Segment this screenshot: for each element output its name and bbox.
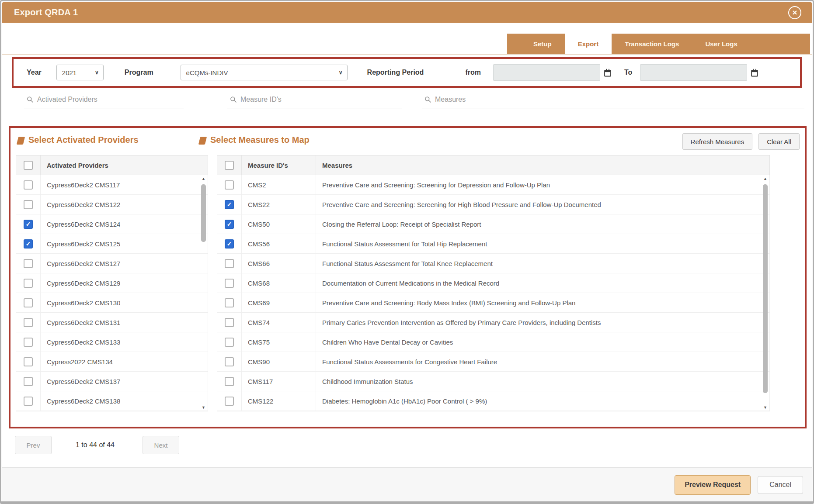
- measure-ids-search-input[interactable]: [240, 96, 400, 104]
- provider-name: Cypress6Deck2 CMS117: [41, 181, 120, 189]
- measure-row[interactable]: CMS74 Primary Caries Prevention Interven…: [217, 313, 769, 332]
- search-row: [24, 92, 804, 108]
- row-checkbox[interactable]: [24, 397, 33, 406]
- row-checkbox[interactable]: [24, 318, 33, 327]
- measure-row[interactable]: CMS69 Preventive Care and Screening: Bod…: [217, 293, 769, 313]
- row-checkbox[interactable]: [24, 180, 33, 190]
- provider-row[interactable]: Cypress6Deck2 CMS137: [16, 372, 208, 391]
- row-checkbox[interactable]: [225, 338, 234, 347]
- row-checkbox[interactable]: [24, 200, 33, 209]
- preview-request-button[interactable]: Preview Request: [675, 475, 751, 495]
- year-select[interactable]: 2021 ∨: [56, 65, 104, 80]
- tab-setup[interactable]: Setup: [520, 34, 565, 54]
- tab-transaction-logs[interactable]: Transaction Logs: [612, 34, 692, 54]
- provider-row[interactable]: Cypress6Deck2 CMS117: [16, 175, 208, 195]
- measure-row[interactable]: CMS117 Childhood Immunization Status: [217, 372, 769, 391]
- measure-row[interactable]: ✓ CMS56 Functional Status Assessment for…: [217, 234, 769, 254]
- tab-user-logs[interactable]: User Logs: [692, 34, 750, 54]
- measure-row[interactable]: ✓ CMS50 Closing the Referral Loop: Recei…: [217, 214, 769, 234]
- row-checkbox[interactable]: [225, 180, 234, 190]
- provider-row[interactable]: ✓ Cypress6Deck2 CMS124: [16, 214, 208, 234]
- measure-row[interactable]: CMS66 Functional Status Assessment for T…: [217, 254, 769, 273]
- measure-row[interactable]: CMS75 Children Who Have Dental Decay or …: [217, 332, 769, 352]
- row-checkbox[interactable]: [225, 279, 234, 288]
- provider-name: Cypress6Deck2 CMS127: [41, 260, 120, 267]
- calendar-icon[interactable]: [603, 68, 612, 77]
- reporting-period-label: Reporting Period: [367, 69, 424, 76]
- provider-name: Cypress6Deck2 CMS122: [41, 201, 120, 208]
- provider-row[interactable]: ✓ Cypress6Deck2 CMS125: [16, 234, 208, 254]
- providers-search-input[interactable]: [37, 96, 182, 104]
- cancel-button[interactable]: Cancel: [758, 476, 803, 494]
- measures-table-body: CMS2 Preventive Care and Screening: Scre…: [217, 175, 770, 411]
- row-checkbox[interactable]: [225, 318, 234, 327]
- row-checkbox[interactable]: [24, 279, 33, 288]
- row-checkbox[interactable]: [24, 377, 33, 386]
- provider-row[interactable]: Cypress6Deck2 CMS129: [16, 273, 208, 293]
- provider-row[interactable]: Cypress6Deck2 CMS127: [16, 254, 208, 273]
- close-icon[interactable]: ×: [788, 6, 801, 19]
- provider-row[interactable]: Cypress6Deck2 CMS133: [16, 332, 208, 352]
- row-checkbox[interactable]: ✓: [225, 239, 234, 249]
- row-checkbox[interactable]: [24, 298, 33, 307]
- row-checkbox[interactable]: [225, 357, 234, 366]
- measure-row[interactable]: ✓ CMS22 Preventive Care and Screening: S…: [217, 195, 769, 214]
- scroll-down-icon[interactable]: ▼: [762, 405, 769, 410]
- refresh-measures-button[interactable]: Refresh Measures: [682, 133, 753, 150]
- scrollbar-thumb[interactable]: [763, 184, 768, 393]
- row-checkbox[interactable]: ✓: [225, 220, 234, 229]
- to-label: To: [624, 69, 632, 76]
- providers-search[interactable]: [24, 92, 184, 108]
- measure-row[interactable]: CMS90 Functional Status Assessments for …: [217, 352, 769, 372]
- from-date-input[interactable]: [493, 64, 600, 81]
- row-checkbox[interactable]: [225, 298, 234, 307]
- measure-row[interactable]: CMS68 Documentation of Current Medicatio…: [217, 273, 769, 293]
- prev-button[interactable]: Prev: [15, 436, 52, 454]
- measures-table-header: Measure ID's Measures: [217, 155, 770, 175]
- provider-row[interactable]: Cypress6Deck2 CMS138: [16, 391, 208, 411]
- row-checkbox[interactable]: ✓: [225, 200, 234, 209]
- scroll-down-icon[interactable]: ▼: [200, 405, 207, 410]
- provider-row[interactable]: Cypress6Deck2 CMS130: [16, 293, 208, 313]
- calendar-icon[interactable]: [750, 68, 759, 77]
- measure-ids-search[interactable]: [227, 92, 402, 108]
- row-checkbox[interactable]: ✓: [24, 220, 33, 229]
- measures-scrollbar[interactable]: ▲ ▼: [762, 176, 769, 411]
- search-icon: [424, 96, 431, 103]
- measure-id-cell: CMS69: [242, 299, 270, 307]
- measure-id-cell: CMS74: [242, 319, 270, 326]
- select-all-providers-cell: [16, 155, 41, 175]
- row-checkbox[interactable]: [24, 357, 33, 366]
- row-checkbox[interactable]: [24, 338, 33, 347]
- measure-row[interactable]: CMS2 Preventive Care and Screening: Scre…: [217, 175, 769, 195]
- row-checkbox[interactable]: [225, 377, 234, 386]
- clear-all-button[interactable]: Clear All: [758, 133, 800, 150]
- scroll-up-icon[interactable]: ▲: [762, 176, 769, 181]
- provider-row[interactable]: Cypress6Deck2 CMS122: [16, 195, 208, 214]
- select-all-measures-checkbox[interactable]: [225, 161, 234, 170]
- measures-search[interactable]: [422, 92, 804, 108]
- row-checkbox[interactable]: [225, 259, 234, 268]
- select-all-providers-checkbox[interactable]: [24, 161, 33, 170]
- to-date-input[interactable]: [640, 64, 747, 81]
- next-button[interactable]: Next: [143, 436, 179, 454]
- providers-scrollbar[interactable]: ▲ ▼: [200, 176, 207, 411]
- scrollbar-thumb[interactable]: [201, 184, 206, 242]
- measure-row[interactable]: CMS122 Diabetes: Hemoglobin A1c (HbA1c) …: [217, 391, 769, 411]
- chevron-down-icon: ∨: [339, 69, 343, 76]
- program-select[interactable]: eCQMs-INDIV ∨: [181, 65, 348, 80]
- tab-bar: Setup Export Transaction Logs User Logs: [507, 34, 810, 54]
- row-checkbox[interactable]: [24, 259, 33, 268]
- measures-search-input[interactable]: [435, 96, 803, 104]
- provider-row[interactable]: Cypress6Deck2 CMS131: [16, 313, 208, 332]
- measure-name-cell: Primary Caries Prevention Intervention a…: [316, 319, 769, 326]
- scroll-up-icon[interactable]: ▲: [200, 176, 207, 181]
- provider-row[interactable]: Cypress2022 CMS134: [16, 352, 208, 372]
- measures-table: Measure ID's Measures CMS2 Preventive Ca…: [217, 155, 770, 411]
- row-checkbox[interactable]: [225, 397, 234, 406]
- provider-name: Cypress6Deck2 CMS125: [41, 240, 120, 248]
- dialog-title: Export QRDA 1: [14, 7, 78, 17]
- providers-table-body: Cypress6Deck2 CMS117 Cypress6Deck2 CMS12…: [16, 175, 208, 411]
- tab-export[interactable]: Export: [565, 34, 612, 54]
- row-checkbox[interactable]: ✓: [24, 239, 33, 249]
